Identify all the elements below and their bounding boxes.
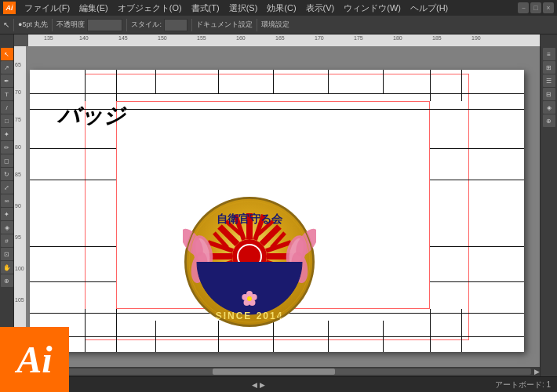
badge: 自衛官守る会 SINCE 2014: [183, 195, 316, 328]
close-button[interactable]: ×: [543, 2, 554, 13]
eyedropper-tool[interactable]: ✦: [1, 208, 13, 220]
menu-effect[interactable]: 効果(C): [263, 1, 300, 16]
menu-help[interactable]: ヘルプ(H): [406, 1, 452, 16]
menu-file[interactable]: ファイル(F): [20, 1, 74, 16]
type-tool[interactable]: T: [1, 88, 13, 100]
libraries-btn[interactable]: ☰: [543, 74, 555, 87]
vline: [430, 309, 431, 352]
toolbar: ↖ ●5pt 丸先 不透明度 100% スタイル: ドキュメント設定 環境設定: [0, 16, 557, 34]
vline: [85, 70, 86, 101]
svg-point-41: [247, 296, 252, 301]
vline: [85, 309, 86, 352]
minimize-button[interactable]: －: [518, 2, 529, 13]
ruler-horizontal: 135 140 145 150 155 160 165 170 175 180 …: [28, 34, 540, 46]
svg-text:SINCE 2014: SINCE 2014: [216, 310, 284, 321]
hline: [30, 148, 116, 149]
line-tool[interactable]: /: [1, 101, 13, 114]
menu-edit[interactable]: 編集(E): [75, 1, 112, 16]
scrollbar-horizontal[interactable]: ◀ ▶: [26, 367, 540, 376]
ai-app-icon-large: Ai: [0, 327, 69, 392]
vline: [430, 70, 431, 101]
hand-tool[interactable]: ✋: [1, 261, 13, 274]
pen-tool[interactable]: ✒: [1, 74, 13, 87]
transform-btn[interactable]: ◈: [543, 101, 555, 114]
vline: [116, 309, 117, 352]
artboard: バッジ: [30, 70, 524, 352]
hline-full: [116, 336, 430, 337]
menu-object[interactable]: オブジェクト(O): [114, 1, 186, 16]
svg-point-40: [242, 294, 248, 300]
pencil-tool[interactable]: ✏: [1, 141, 13, 154]
vline: [328, 70, 329, 93]
main-area: ↖ ↗ ✒ T / □ ✦ ✏ ◻ ↻ ⤢ ∞ ✦ ◈ # ⊡ ✋ ⊕ 65 7…: [0, 46, 557, 376]
hline: [30, 180, 116, 180]
hline: [430, 246, 524, 247]
maximize-button[interactable]: □: [530, 2, 541, 13]
vline: [461, 70, 462, 101]
svg-point-37: [251, 294, 257, 300]
hline-full: [116, 109, 430, 110]
nav-controls: ◀ ▶: [28, 381, 489, 389]
status-artboard: アートボード: 1: [495, 379, 551, 390]
menu-view[interactable]: 表示(V): [302, 1, 339, 16]
hline: [430, 148, 524, 149]
window-controls: － □ ×: [518, 2, 554, 13]
blend-tool[interactable]: ∞: [1, 194, 13, 207]
rect-tool[interactable]: □: [1, 114, 13, 127]
style-input[interactable]: [164, 19, 187, 31]
scroll-thumb-h[interactable]: [213, 368, 335, 375]
zoom-input[interactable]: 100%: [87, 19, 122, 31]
hline: [30, 93, 116, 94]
hline: [430, 109, 524, 110]
canvas-area[interactable]: 65 70 75 80 85 90 95 100 105 バッジ: [14, 46, 540, 376]
app-icon: Ai: [3, 2, 16, 14]
vline: [116, 70, 117, 101]
hline: [30, 313, 116, 314]
hline: [30, 281, 116, 282]
gradient-tool[interactable]: ◈: [1, 221, 13, 234]
select-tool[interactable]: ↖: [1, 48, 13, 60]
hline: [430, 313, 524, 314]
pathfinder-btn[interactable]: ⊕: [543, 114, 555, 127]
layers-panel-btn[interactable]: ≡: [543, 48, 555, 60]
slice-tool[interactable]: ⊡: [1, 248, 13, 260]
brush-tool[interactable]: ✦: [1, 128, 13, 140]
align-btn[interactable]: ⊟: [543, 88, 555, 100]
properties-btn[interactable]: ⊞: [543, 61, 555, 74]
scale-tool[interactable]: ⤢: [1, 181, 13, 194]
vline: [383, 70, 384, 93]
vline: [155, 70, 156, 93]
preferences-btn[interactable]: 環境設定: [261, 20, 289, 30]
rotate-tool[interactable]: ↻: [1, 168, 13, 180]
hline: [430, 93, 524, 94]
hline-full: [116, 93, 430, 94]
menu-window[interactable]: ウィンドウ(W): [340, 1, 405, 16]
zoom-tool[interactable]: ⊕: [1, 274, 13, 287]
hline: [430, 336, 524, 337]
svg-text:自衛官守る会: 自衛官守る会: [217, 212, 283, 225]
mesh-tool[interactable]: #: [1, 234, 13, 247]
vline: [461, 309, 462, 352]
hline: [430, 180, 524, 180]
menu-type[interactable]: 書式(T): [187, 1, 224, 16]
vline: [273, 70, 274, 93]
canvas-title: バッジ: [57, 101, 126, 131]
right-panel: ≡ ⊞ ☰ ⊟ ◈ ⊕: [540, 46, 557, 376]
status-bar: 選択 ◀ ▶ アートボード: 1: [0, 376, 557, 392]
style-label: スタイル:: [131, 20, 162, 30]
menu-bar: Ai ファイル(F) 編集(E) オブジェクト(O) 書式(T) 選択(S) 効…: [0, 0, 557, 16]
doc-settings-btn[interactable]: ドキュメント設定: [196, 20, 253, 30]
eraser-tool[interactable]: ◻: [1, 154, 13, 167]
direct-select-tool[interactable]: ↗: [1, 61, 13, 74]
menu-select[interactable]: 選択(S): [225, 1, 262, 16]
vline: [218, 70, 219, 93]
hline: [30, 246, 116, 247]
ai-logo-text: Ai: [16, 338, 52, 381]
hline: [430, 281, 524, 282]
